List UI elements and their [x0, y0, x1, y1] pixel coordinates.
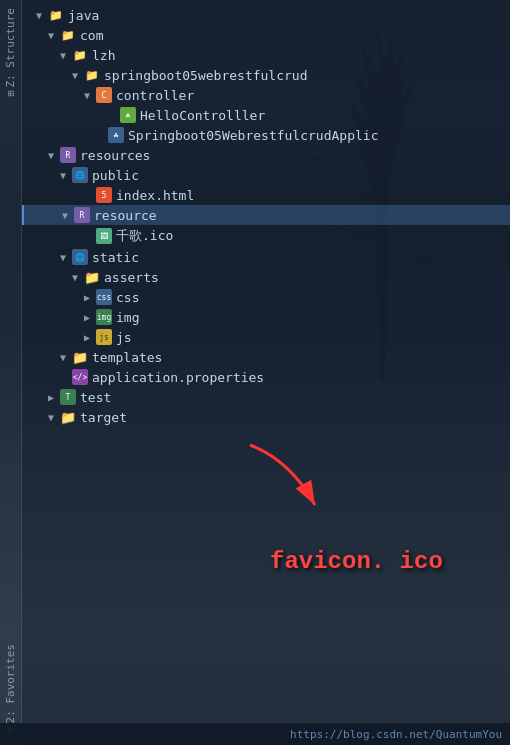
item-name-applic: Springboot05WebrestfulcrudApplic	[128, 128, 378, 143]
structure-tab-label: Z: Structure	[4, 8, 17, 87]
item-name-resources: resources	[80, 148, 150, 163]
test-folder-icon: T	[60, 389, 76, 405]
tree-item-resources[interactable]: ▼ R resources	[22, 145, 510, 165]
arrow-springboot: ▼	[72, 70, 84, 81]
tree-item-resource[interactable]: ▼ R resource	[22, 205, 510, 225]
structure-icon: ⊞	[5, 90, 16, 96]
folder-icon-lzh: 📁	[72, 47, 88, 63]
arrow-js: ▶	[84, 332, 96, 343]
tree-item-springboot[interactable]: ▼ 📁 springboot05webrestfulcrud	[22, 65, 510, 85]
js-folder-icon: js	[96, 329, 112, 345]
item-name-com: com	[80, 28, 103, 43]
templates-folder-icon: 📁	[72, 349, 88, 365]
tree-item-asserts[interactable]: ▼ 📁 asserts	[22, 267, 510, 287]
item-name-templates: templates	[92, 350, 162, 365]
tree-item-qiange-ico[interactable]: 🖼 千歌.ico	[22, 225, 510, 247]
tree-item-index-html[interactable]: 5 index.html	[22, 185, 510, 205]
item-name-springboot: springboot05webrestfulcrud	[104, 68, 308, 83]
file-tree-panel: ▼ 📁 java ▼ 📁 com ▼ 📁 lzh ▼ 📁 springboot0…	[22, 0, 510, 745]
img-folder-icon: img	[96, 309, 112, 325]
asserts-folder-icon: 📁	[84, 269, 100, 285]
tree-item-img[interactable]: ▶ img img	[22, 307, 510, 327]
arrow-controller: ▼	[84, 90, 96, 101]
arrow-resource: ▼	[62, 210, 74, 221]
folder-icon-springboot: 📁	[84, 67, 100, 83]
item-name-test: test	[80, 390, 111, 405]
html-icon: 5	[96, 187, 112, 203]
spring-icon-hello: ☘	[120, 107, 136, 123]
controller-icon: C	[96, 87, 112, 103]
favicon-annotation-label: favicon. ico	[270, 548, 443, 575]
tree-item-hello[interactable]: ☘ HelloControlller	[22, 105, 510, 125]
tree-item-target[interactable]: ▼ 📁 target	[22, 407, 510, 427]
arrow-lzh: ▼	[60, 50, 72, 61]
target-folder-icon: 📁	[60, 409, 76, 425]
arrow-target: ▼	[48, 412, 60, 423]
item-name-resource: resource	[94, 208, 157, 223]
item-name-index-html: index.html	[116, 188, 194, 203]
arrow-templates: ▼	[60, 352, 72, 363]
item-name-img: img	[116, 310, 139, 325]
item-name-static: static	[92, 250, 139, 265]
tree-item-templates[interactable]: ▼ 📁 templates	[22, 347, 510, 367]
item-name-public: public	[92, 168, 139, 183]
tree-item-js[interactable]: ▶ js js	[22, 327, 510, 347]
tree-item-test[interactable]: ▶ T test	[22, 387, 510, 407]
xml-icon: </>	[72, 369, 88, 385]
tree-item-lzh[interactable]: ▼ 📁 lzh	[22, 45, 510, 65]
tree-item-app-properties[interactable]: </> application.properties	[22, 367, 510, 387]
tree-item-static[interactable]: ▼ 🌐 static	[22, 247, 510, 267]
css-folder-icon: css	[96, 289, 112, 305]
static-icon: 🌐	[72, 249, 88, 265]
item-name-asserts: asserts	[104, 270, 159, 285]
arrow-asserts: ▼	[72, 272, 84, 283]
resources-icon: R	[60, 147, 76, 163]
item-name-target: target	[80, 410, 127, 425]
item-name-qiange: 千歌.ico	[116, 227, 173, 245]
tree-item-com[interactable]: ▼ 📁 com	[22, 25, 510, 45]
resource-icon: R	[74, 207, 90, 223]
side-tabs-panel: ⊞ Z: Structure ★ 2: Favorites	[0, 0, 22, 745]
tree-item-controller[interactable]: ▼ C controller	[22, 85, 510, 105]
item-name-js: js	[116, 330, 132, 345]
arrow-com: ▼	[48, 30, 60, 41]
status-url: https://blog.csdn.net/QuantumYou	[290, 728, 502, 741]
item-name-lzh: lzh	[92, 48, 115, 63]
item-name-app-properties: application.properties	[92, 370, 264, 385]
tree-item-css[interactable]: ▶ css css	[22, 287, 510, 307]
arrow-public: ▼	[60, 170, 72, 181]
item-name-css: css	[116, 290, 139, 305]
status-bar: https://blog.csdn.net/QuantumYou	[0, 723, 510, 745]
folder-icon-java: 📁	[48, 7, 64, 23]
tree-item-public[interactable]: ▼ 🌐 public	[22, 165, 510, 185]
arrow-static: ▼	[60, 252, 72, 263]
tree-item-applic[interactable]: ☘ Springboot05WebrestfulcrudApplic	[22, 125, 510, 145]
arrow-resources: ▼	[48, 150, 60, 161]
item-name-controller: controller	[116, 88, 194, 103]
item-name-hello: HelloControlller	[140, 108, 265, 123]
spring-icon-applic: ☘	[108, 127, 124, 143]
arrow-img: ▶	[84, 312, 96, 323]
arrow-java: ▼	[36, 10, 48, 21]
annotation-arrow	[220, 430, 350, 530]
item-name-java: java	[68, 8, 99, 23]
tree-item-java[interactable]: ▼ 📁 java	[22, 5, 510, 25]
favorites-tab-label: 2: Favorites	[4, 644, 17, 723]
image-icon-qiange: 🖼	[96, 228, 112, 244]
structure-tab[interactable]: ⊞ Z: Structure	[1, 0, 20, 105]
folder-icon-com: 📁	[60, 27, 76, 43]
arrow-css: ▶	[84, 292, 96, 303]
arrow-test: ▶	[48, 392, 60, 403]
public-icon: 🌐	[72, 167, 88, 183]
